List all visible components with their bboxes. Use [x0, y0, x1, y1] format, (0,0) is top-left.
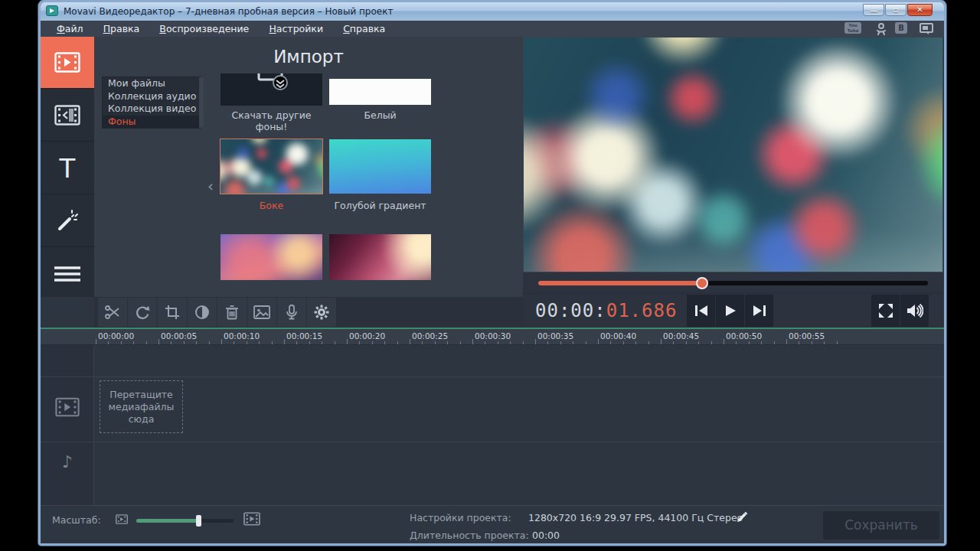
settings-button[interactable]	[307, 298, 336, 327]
thumbnail-blue-gradient[interactable]	[329, 139, 431, 194]
ruler-label: 00:00:15	[286, 331, 322, 341]
save-button[interactable]: Сохранить	[823, 511, 939, 540]
sidebar-item-titles[interactable]: T	[41, 142, 94, 194]
vkontakte-icon[interactable]: B	[895, 22, 907, 34]
next-frame-button[interactable]	[745, 295, 773, 327]
cut-button[interactable]	[98, 298, 127, 327]
ruler-tick	[335, 341, 335, 344]
ruler-tick	[347, 339, 348, 344]
menubar: Файл Правка Воспроизведение Настройки Сп…	[41, 21, 944, 37]
rotate-button[interactable]	[128, 298, 157, 327]
thumbnail-white[interactable]	[329, 79, 431, 105]
volume-button[interactable]	[900, 295, 929, 327]
image-button[interactable]	[247, 298, 276, 327]
track-divider	[41, 377, 944, 377]
delete-button[interactable]	[217, 298, 247, 327]
ruler-tick	[272, 341, 273, 344]
sidebar-item-transitions[interactable]	[41, 90, 94, 142]
ruler-tick	[410, 339, 410, 344]
import-panel: Импорт Мои файлы Коллекция аудио Коллекц…	[94, 37, 523, 297]
collapse-panel-chevron[interactable]: ‹	[204, 171, 217, 201]
ruler-label: 00:00:20	[349, 331, 385, 341]
ruler-tick	[673, 341, 674, 344]
sidebar-item-effects[interactable]	[41, 195, 94, 247]
screen-share-icon[interactable]	[917, 23, 936, 36]
playback-controls: 00:00:01.686	[523, 294, 943, 328]
ruler-label: 00:00:50	[726, 331, 762, 341]
close-button[interactable]: ✕	[907, 4, 933, 16]
thumbnail-purple-gradient[interactable]	[220, 234, 322, 280]
titlebar[interactable]: Movavi Видеоредактор – 7-дневная пробная…	[41, 2, 944, 21]
zoom-slider-handle[interactable]	[196, 515, 201, 527]
odnoklassniki-icon[interactable]	[872, 23, 890, 36]
category-my-files[interactable]: Мои файлы	[103, 77, 199, 90]
video-track-icon	[41, 397, 94, 417]
hamburger-icon	[54, 266, 80, 282]
track-divider	[41, 442, 944, 442]
scissors-icon	[105, 305, 120, 319]
sidebar-item-import[interactable]	[41, 37, 94, 89]
menu-help[interactable]: Справка	[343, 23, 385, 34]
timeline-ruler[interactable]: 00:00:0000:00:0500:00:1000:00:1500:00:20…	[41, 329, 944, 345]
seek-bar[interactable]	[538, 281, 928, 285]
ruler-label: 00:00:40	[600, 331, 636, 341]
seek-handle[interactable]	[696, 277, 708, 289]
image-icon	[253, 305, 270, 319]
drop-zone-hint: Перетащите медиафайлы сюда	[100, 389, 182, 425]
contrast-icon	[194, 305, 210, 320]
timeline: ♪ Перетащите медиафайлы сюда	[41, 345, 944, 505]
panel-title: Импорт	[94, 47, 523, 67]
minimize-button[interactable]: —	[863, 4, 884, 16]
color-adjust-button[interactable]	[188, 298, 217, 327]
next-frame-icon	[752, 305, 767, 317]
zoom-slider[interactable]	[136, 519, 234, 523]
ruler-tick	[510, 341, 511, 344]
zoom-out-icon[interactable]	[116, 514, 128, 524]
ruler-tick	[711, 341, 712, 344]
fullscreen-icon	[878, 303, 893, 318]
category-video-collection[interactable]: Коллекция видео	[103, 103, 199, 116]
ruler-tick	[661, 339, 662, 344]
maximize-button[interactable]: ▫	[885, 4, 906, 16]
app-icon	[46, 5, 58, 16]
ruler-tick	[799, 341, 799, 344]
track-header-column	[41, 345, 94, 505]
menu-file[interactable]: Файл	[57, 23, 83, 34]
zoom-in-icon[interactable]	[243, 512, 260, 526]
ruler-tick	[121, 341, 122, 344]
clip-toolbar	[94, 297, 523, 328]
previous-frame-button[interactable]	[687, 295, 715, 327]
crop-button[interactable]	[158, 298, 187, 327]
rotate-icon	[135, 305, 150, 320]
record-audio-button[interactable]	[277, 298, 306, 327]
ruler-tick	[259, 341, 260, 344]
thumbnail-bokeh[interactable]	[220, 139, 322, 194]
ruler-tick	[774, 341, 775, 344]
thumbnail-pink-gradient[interactable]	[329, 234, 431, 280]
maximize-icon: ▫	[886, 5, 906, 14]
ruler-tick	[158, 339, 159, 344]
media-drop-zone[interactable]: Перетащите медиафайлы сюда	[100, 380, 183, 433]
ruler-tick	[133, 341, 134, 344]
menu-settings[interactable]: Настройки	[269, 23, 323, 34]
menu-playback[interactable]: Воспроизведение	[159, 23, 249, 34]
download-icon	[220, 73, 322, 106]
window-title: Movavi Видеоредактор – 7-дневная пробная…	[64, 6, 393, 17]
category-audio-collection[interactable]: Коллекция аудио	[103, 90, 199, 103]
category-list: Мои файлы Коллекция аудио Коллекция виде…	[102, 77, 204, 129]
time-fraction: 01.686	[606, 300, 678, 321]
menu-edit[interactable]: Правка	[103, 23, 140, 34]
edit-settings-button[interactable]	[736, 511, 748, 523]
sidebar-item-more[interactable]	[41, 248, 94, 300]
youtube-icon[interactable]: YouTube	[844, 22, 861, 34]
ruler-tick	[221, 339, 222, 344]
video-preview[interactable]	[523, 37, 943, 272]
play-button[interactable]	[716, 295, 744, 327]
ruler-tick	[322, 341, 322, 344]
fullscreen-button[interactable]	[871, 295, 900, 327]
bokeh-video-frame	[523, 37, 943, 272]
thumbnail-download-more[interactable]	[220, 73, 322, 106]
ruler-tick	[309, 341, 310, 344]
ruler-tick	[623, 341, 624, 344]
category-backgrounds[interactable]: Фоны	[103, 116, 199, 129]
